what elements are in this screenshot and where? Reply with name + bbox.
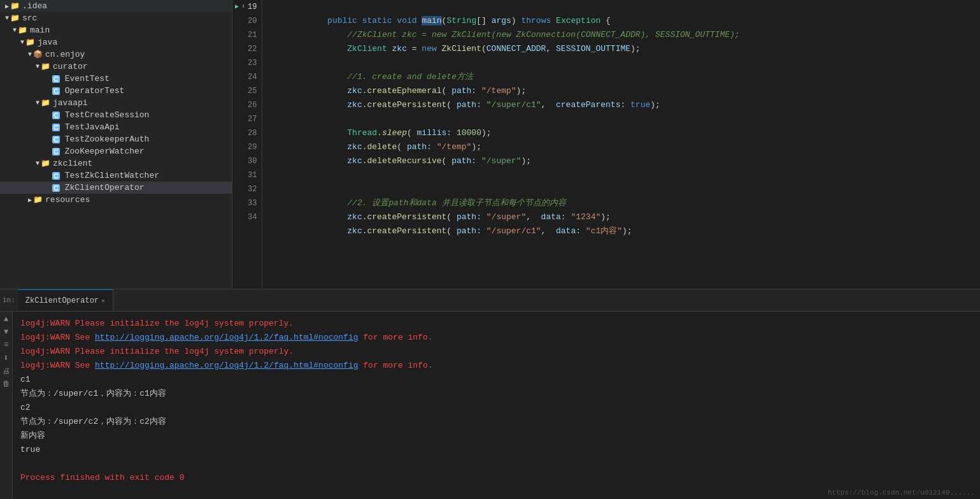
sidebar-item-test-java-api[interactable]: C TestJavaApi	[0, 121, 232, 133]
file-tree-sidebar: ▶ 📁 .idea ▼ 📁 src ▼ 📁 main ▼ 📁 java ▼ 📦 …	[0, 0, 232, 289]
code-line-19: public static void main(String[] args) t…	[267, 0, 975, 14]
log4j-link-2[interactable]: http://logging.apache.org/log4j/1.2/faq.…	[95, 361, 358, 370]
chevron-down-icon: ▼	[36, 99, 39, 106]
console-line-4: log4j:WARN See http://logging.apache.org…	[20, 359, 972, 373]
class-icon: C	[52, 184, 60, 192]
line-number-34: 34	[235, 210, 257, 224]
folder-icon: 📁	[18, 25, 27, 35]
code-line-27: Thread.sleep( millis: 10000);	[267, 112, 975, 126]
line-number-33: 33	[235, 196, 257, 210]
line-number-20: 20	[235, 14, 257, 28]
line-number-29: 29	[235, 140, 257, 154]
sidebar-item-zkclient[interactable]: ▼ 📁 zkclient	[0, 157, 232, 170]
folder-icon: 📁	[10, 1, 20, 11]
scroll-down-button[interactable]: ▼	[3, 327, 10, 337]
sidebar-item-java[interactable]: ▼ 📁 java	[0, 36, 232, 48]
console-line-6: 节点为：/super/c1，内容为：c1内容	[20, 387, 972, 401]
sidebar-item-test-create-session[interactable]: C TestCreateSession	[0, 109, 232, 121]
sidebar-item-zookeeper-watcher[interactable]: C ZooKeeperWatcher	[0, 145, 232, 157]
folder-icon: 📁	[41, 159, 50, 168]
sidebar-item-src[interactable]: ▼ 📁 src	[0, 12, 232, 24]
console-line-5: c1	[20, 373, 972, 387]
line-number-23: 23	[235, 56, 257, 70]
code-line-32: //2. 设置path和data 并且读取子节点和每个节点的内容	[267, 182, 975, 196]
run-label: in:	[0, 296, 15, 304]
code-line-31	[267, 168, 975, 182]
line-number-19: ▶ ⬇ 19	[235, 0, 257, 14]
bottom-tabs: in: ZkClientOperator ✕	[0, 289, 980, 312]
line-number-24: 24	[235, 70, 257, 84]
code-line-23: //1. create and delete方法	[267, 56, 975, 70]
line-number-32: 32	[235, 182, 257, 196]
class-icon: C	[52, 136, 60, 143]
sidebar-item-cn-enjoy[interactable]: ▼ 📦 cn.enjoy	[0, 48, 232, 61]
download-icon: ⬇	[241, 0, 245, 14]
line-number-31: 31	[235, 168, 257, 182]
print-button[interactable]: 🖨	[1, 366, 11, 377]
run-icon[interactable]: ▶	[235, 0, 239, 14]
chevron-down-icon: ▼	[5, 15, 9, 22]
console-output: log4j:WARN Please initialize the log4j s…	[13, 312, 980, 499]
folder-icon: 📁	[25, 38, 35, 47]
console-line-9: 新内容	[20, 429, 972, 443]
line-number-30: 30	[235, 154, 257, 168]
sidebar-item-test-zk-client-watcher[interactable]: C TestZkClientWatcher	[0, 170, 232, 182]
chevron-down-icon: ▼	[13, 27, 17, 34]
chevron-right-icon: ▶	[28, 196, 32, 204]
bottom-panel: in: ZkClientOperator ✕ ▲ ▼ ≡ ⬇ 🖨 🗑 log4j…	[0, 289, 980, 499]
bottom-content-wrapper: ▲ ▼ ≡ ⬇ 🖨 🗑 log4j:WARN Please initialize…	[0, 312, 980, 499]
line-number-22: 22	[235, 42, 257, 56]
line-number-21: 21	[235, 28, 257, 42]
console-line-7: c2	[20, 401, 972, 415]
chevron-down-icon: ▼	[20, 39, 24, 46]
class-icon: C	[52, 124, 60, 131]
class-icon: C	[52, 87, 60, 95]
sidebar-item-resources[interactable]: ▶ 📁 resources	[0, 194, 232, 206]
sidebar-item-curator[interactable]: ▼ 📁 curator	[0, 61, 232, 73]
console-empty-line	[20, 457, 972, 471]
package-icon: 📦	[33, 50, 43, 59]
console-line-10: true	[20, 443, 972, 457]
code-editor: ▶ ⬇ 19 20 21 22 23 24 25 26 27 28 29 30 …	[232, 0, 980, 289]
soft-wrap-button[interactable]: ≡	[3, 340, 10, 350]
class-icon: C	[52, 172, 60, 180]
line-number-28: 28	[235, 126, 257, 140]
line-number-26: 26	[235, 98, 257, 112]
close-icon[interactable]: ✕	[101, 297, 105, 305]
sidebar-item-idea[interactable]: ▶ 📁 .idea	[0, 0, 232, 12]
console-line-1: log4j:WARN Please initialize the log4j s…	[20, 317, 972, 331]
chevron-down-icon: ▼	[36, 63, 39, 70]
code-content: public static void main(String[] args) t…	[262, 0, 980, 289]
class-icon: C	[52, 75, 60, 83]
sidebar-item-event-test[interactable]: C EventTest	[0, 73, 232, 85]
chevron-right-icon: ▶	[5, 3, 9, 10]
console-toolbar: ▲ ▼ ≡ ⬇ 🖨 🗑	[0, 312, 13, 499]
chevron-down-icon: ▼	[36, 160, 39, 167]
console-line-exit: Process finished with exit code 0	[20, 471, 972, 485]
line-numbers: ▶ ⬇ 19 20 21 22 23 24 25 26 27 28 29 30 …	[232, 0, 262, 289]
line-number-27: 27	[235, 112, 257, 126]
folder-icon: 📁	[41, 98, 50, 108]
log4j-link-1[interactable]: http://logging.apache.org/log4j/1.2/faq.…	[95, 333, 358, 342]
sidebar-item-javaapi[interactable]: ▼ 📁 javaapi	[0, 97, 232, 109]
delete-button[interactable]: 🗑	[1, 379, 11, 389]
sidebar-item-main[interactable]: ▼ 📁 main	[0, 24, 232, 36]
main-container: ▶ 📁 .idea ▼ 📁 src ▼ 📁 main ▼ 📁 java ▼ 📦 …	[0, 0, 980, 289]
console-line-3: log4j:WARN Please initialize the log4j s…	[20, 345, 972, 359]
folder-icon: 📁	[10, 13, 20, 23]
clear-button[interactable]: ⬇	[2, 352, 10, 364]
watermark: https://blog.csdn.net/u012140......	[828, 489, 975, 496]
chevron-down-icon: ▼	[28, 51, 32, 58]
tab-zk-client-operator[interactable]: ZkClientOperator ✕	[18, 289, 113, 311]
sidebar-item-test-zookeeper-auth[interactable]: C TestZookeeperAuth	[0, 133, 232, 145]
class-icon: C	[52, 148, 60, 155]
folder-icon: 📁	[41, 62, 50, 71]
console-line-8: 节点为：/super/c2，内容为：c2内容	[20, 415, 972, 429]
folder-icon: 📁	[33, 195, 43, 205]
line-number-25: 25	[235, 84, 257, 98]
scroll-up-button[interactable]: ▲	[3, 314, 10, 324]
console-line-2: log4j:WARN See http://logging.apache.org…	[20, 331, 972, 345]
sidebar-item-operator-test[interactable]: C OperatorTest	[0, 85, 232, 97]
class-icon: C	[52, 112, 60, 119]
sidebar-item-zk-client-operator[interactable]: C ZkClientOperator	[0, 182, 232, 194]
